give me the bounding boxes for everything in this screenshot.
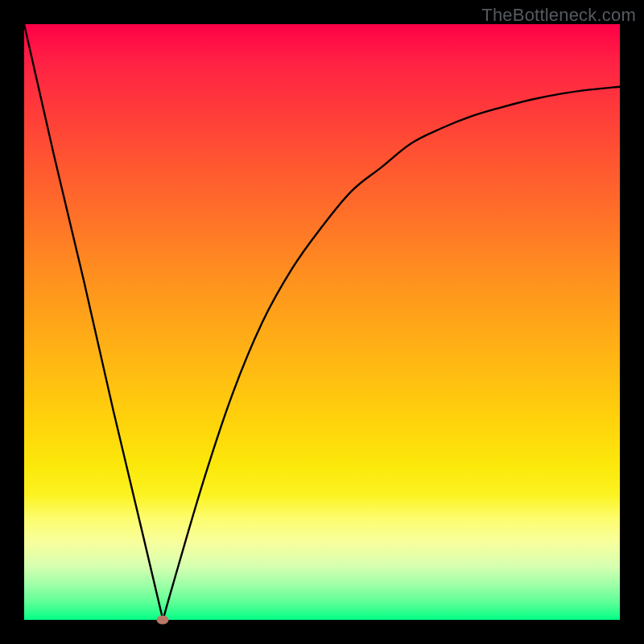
- minimum-marker: [157, 616, 169, 625]
- bottleneck-curve-path: [24, 24, 620, 620]
- curve-svg: [24, 24, 620, 620]
- plot-area: [24, 24, 620, 620]
- chart-frame: TheBottleneck.com: [0, 0, 644, 644]
- watermark-text: TheBottleneck.com: [481, 5, 636, 26]
